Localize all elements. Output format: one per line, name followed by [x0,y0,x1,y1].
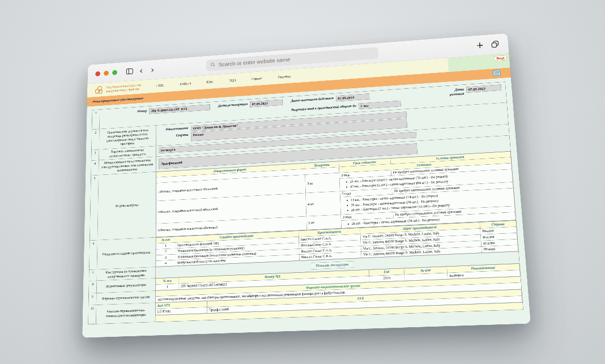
release-forms-label: Формы выпуска [97,172,156,240]
form-dose-cell: 4 мг [305,191,340,217]
decision-date-field: 07.09.2023 [466,84,502,93]
atc-label: Анатомо-терапевтическая-химическая класс… [96,303,156,324]
expiry-date-field: 07.09.2024 [336,93,370,101]
list-view-icon[interactable] [493,70,501,77]
row-number: 9 [88,293,96,305]
login-badge[interactable]: Вход [494,55,507,61]
reg-date-field: 07.09.2023 [250,99,283,107]
grls-logo-icon [94,85,104,95]
registration-number-field: ЛП-№(008143)-(РГ-RU) [149,104,210,114]
form-dose-cell: 3 мг [305,173,339,193]
browser-window: ‹ › + [82,33,531,338]
nav-item-help[interactable]: Справка [278,74,291,79]
reg-date-label: Дата регистрации [218,102,248,108]
nav-item-grls[interactable]: ГРЛС [156,83,164,88]
certificate-page: 1 Номер ЛП-№(008143)-(РГ-RU) Дата регист… [82,78,531,338]
show-instructions-button[interactable]: Показать инструкции [311,261,354,269]
row-number: 4 [91,160,99,175]
tab-overview-icon[interactable] [491,40,500,48]
row-number: 3 [91,149,99,160]
row-number: 10 [88,305,96,324]
row-number: 1 [92,110,100,130]
production-stages-label: Сведения о стадиях производства [97,237,156,269]
certificate-table: 1 Номер ЛП-№(008143)-(РГ-RU) Дата регист… [88,82,523,324]
back-button[interactable]: ‹ [138,66,144,75]
circulation-field: 5 лет [359,101,401,110]
desktop-background: ‹ › + [0,0,605,364]
decision-date-label: Дата решения [444,87,465,97]
site-title: Государственный реестр лекарственных сре… [106,83,141,93]
form-dose-cell: 5 мг [306,215,342,230]
holder-label: Наименование держателя или владельца рег… [99,126,156,149]
nav-item-ecp[interactable]: ЭЦП [228,78,236,83]
new-tab-button[interactable]: + [476,40,483,51]
row-number: 6 [90,240,98,269]
nav-item-eek[interactable]: ЕЭК [206,80,213,84]
holder-country-label: Страна [159,132,189,139]
minimize-window-button[interactable] [104,70,109,75]
number-label: Номер [137,109,147,114]
circulation-label: Разрешён ввод в гражданский оборот до [291,104,356,112]
nd-index: 1 [156,284,179,290]
forward-button[interactable]: › [149,65,156,74]
nav-item-service[interactable]: Сервис [252,76,262,82]
row-number: 2 [92,129,100,150]
sidebar-toggle-icon[interactable] [126,68,133,75]
row-number: 7 [89,269,97,281]
traffic-lights [95,70,117,76]
page-title: Регистрационное удостоверение [92,96,143,104]
close-window-button[interactable] [95,71,100,76]
holder-name-label: Наименование [159,126,189,132]
expiry-date-label: Дата окончания действия [291,96,334,103]
row-number: 8 [89,281,97,293]
maximize-window-button[interactable] [112,70,117,75]
stage-index: 4 [156,260,176,267]
nav-item-klissl[interactable]: КлИссл [180,82,191,87]
search-icon [210,62,215,68]
